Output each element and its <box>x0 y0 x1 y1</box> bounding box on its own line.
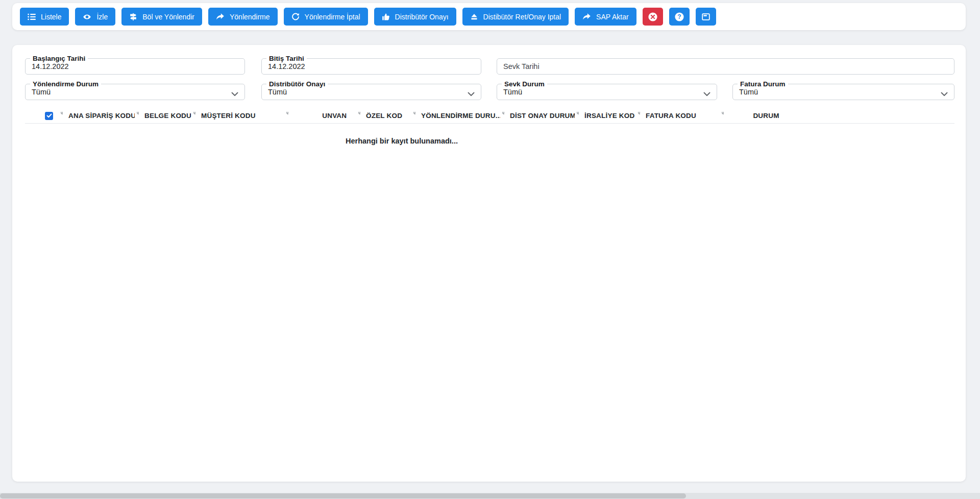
filter-funnel-icon[interactable] <box>265 112 309 116</box>
column-label: UNVAN <box>313 112 357 120</box>
izle-label: İzle <box>96 13 108 21</box>
orders-grid: ANA SİPARİŞ KODU BELGE KODU MÜŞTERİ KODU… <box>25 108 954 145</box>
yonlendirme-durum-value: Tümü <box>32 88 51 96</box>
column-header-irsaliye-kod[interactable]: İRSALİYE KOD <box>575 112 636 120</box>
column-label: FATURA KODU <box>646 112 696 120</box>
fatura-durum-value: Tümü <box>739 88 758 96</box>
scrollbar-thumb[interactable] <box>0 493 686 498</box>
column-header-durum[interactable]: DURUM <box>703 112 786 120</box>
bitis-tarihi-input[interactable] <box>268 62 475 70</box>
sap-aktar-button[interactable]: SAP Aktar <box>575 8 636 26</box>
column-label: DURUM <box>746 112 786 120</box>
chevron-down-icon[interactable] <box>941 90 948 98</box>
column-header-yonlendirme-durum[interactable]: YÖNLENDİRME DURU... <box>411 112 500 120</box>
column-header-belge-kodu[interactable]: BELGE KODU <box>135 112 191 120</box>
listele-button[interactable]: Listele <box>20 8 69 26</box>
yonlendirme-label: Yönlendirme <box>230 13 270 21</box>
grid-header-row: ANA SİPARİŞ KODU BELGE KODU MÜŞTERİ KODU… <box>25 108 954 124</box>
column-header-fatura-kodu[interactable]: FATURA KODU <box>636 112 703 120</box>
yonlendirme-button[interactable]: Yönlendirme <box>208 8 278 26</box>
column-header-ozel-kod[interactable]: ÖZEL KOD <box>356 112 411 120</box>
column-label: MÜŞTERİ KODU <box>201 112 256 120</box>
baslangic-tarihi-field[interactable]: Başlangıç Tarihi <box>25 58 245 75</box>
column-label: BELGE KODU <box>144 112 191 120</box>
action-toolbar: Listele İzle Böl ve Yönlendir Yönlendirm… <box>12 3 966 30</box>
filter-funnel-icon[interactable] <box>59 112 65 116</box>
chevron-down-icon[interactable] <box>703 90 710 98</box>
baslangic-tarihi-input[interactable] <box>32 62 238 70</box>
sevk-tarihi-input[interactable] <box>503 62 948 70</box>
column-label: ANA SİPARİŞ KODU <box>68 112 135 120</box>
filter-row-statuses: Yönlendirme Durum Tümü Distribütör Onayı… <box>25 84 954 100</box>
filter-funnel-icon[interactable] <box>356 112 362 116</box>
refresh-icon <box>291 13 300 21</box>
column-header-dist-onay-durum[interactable]: DİST ONAY DURUM <box>500 112 575 120</box>
eye-icon <box>83 13 91 21</box>
filter-funnel-icon[interactable] <box>703 112 743 116</box>
distributor-onayi-select[interactable]: Distribütör Onayı Tümü <box>261 84 481 100</box>
x-circle-icon <box>648 12 658 22</box>
column-label: İRSALİYE KOD <box>584 112 634 120</box>
window-button[interactable] <box>696 8 716 26</box>
chevron-down-icon[interactable] <box>231 90 238 98</box>
baslangic-tarihi-label: Başlangıç Tarihi <box>30 54 88 63</box>
select-all-cell <box>25 112 59 120</box>
list-icon <box>28 13 36 21</box>
filter-row-dates: Başlangıç Tarihi Bitiş Tarihi <box>25 58 954 75</box>
empty-state-message: Herhangi bir kayıt bulunamadı... <box>346 137 458 145</box>
yonlendirme-durum-label: Yönlendirme Durum <box>30 80 101 88</box>
eject-icon <box>470 13 478 21</box>
distributor-onayi-label: Distribütör Onayı <box>395 13 449 21</box>
bol-ve-yonlendir-label: Böl ve Yönlendir <box>142 13 194 21</box>
sap-aktar-label: SAP Aktar <box>596 13 629 21</box>
window-icon <box>701 12 710 21</box>
chevron-down-icon[interactable] <box>468 90 475 98</box>
column-header-musteri-kodu[interactable]: MÜŞTERİ KODU <box>191 112 265 120</box>
filter-funnel-icon[interactable] <box>500 112 506 116</box>
signpost-icon <box>129 13 137 21</box>
distributor-onayi-value: Tümü <box>268 88 287 96</box>
sevk-durum-label: Sevk Durum <box>502 80 547 88</box>
content-panel: Başlangıç Tarihi Bitiş Tarihi Yönlendirm… <box>12 45 966 482</box>
bitis-tarihi-field[interactable]: Bitiş Tarihi <box>261 58 481 75</box>
yonlendirme-iptal-label: Yönlendirme İptal <box>305 13 360 21</box>
bol-ve-yonlendir-button[interactable]: Böl ve Yönlendir <box>121 8 202 26</box>
distributor-onayi-select-label: Distribütör Onayı <box>266 80 328 88</box>
horizontal-scrollbar[interactable] <box>0 493 980 499</box>
filter-funnel-icon[interactable] <box>191 112 198 116</box>
filter-funnel-icon[interactable] <box>575 112 581 116</box>
svg-text:?: ? <box>677 13 681 20</box>
filter-funnel-icon[interactable] <box>135 112 141 116</box>
filter-funnel-icon[interactable] <box>636 112 642 116</box>
thumbs-up-icon <box>382 13 390 21</box>
column-label: ÖZEL KOD <box>366 112 402 120</box>
izle-button[interactable]: İzle <box>75 8 115 26</box>
distributor-ret-onay-iptal-button[interactable]: Distibütör Ret/Onay Iptal <box>462 8 569 26</box>
yonlendirme-iptal-button[interactable]: Yönlendirme İptal <box>284 8 368 26</box>
yonlendirme-durum-select[interactable]: Yönlendirme Durum Tümü <box>25 84 245 100</box>
share-arrow-icon <box>582 13 591 21</box>
listele-label: Listele <box>41 13 61 21</box>
question-circle-icon: ? <box>674 12 684 22</box>
bitis-tarihi-label: Bitiş Tarihi <box>266 54 307 63</box>
fatura-durum-label: Fatura Durum <box>738 80 788 88</box>
help-button[interactable]: ? <box>669 8 690 26</box>
column-header-unvan[interactable]: UNVAN <box>265 112 356 120</box>
filter-funnel-icon[interactable] <box>411 112 418 116</box>
distributor-onayi-button[interactable]: Distribütör Onayı <box>374 8 456 26</box>
sevk-durum-select[interactable]: Sevk Durum Tümü <box>497 84 717 100</box>
select-all-checkbox[interactable] <box>45 112 53 120</box>
column-header-ana-siparis-kodu[interactable]: ANA SİPARİŞ KODU <box>59 112 135 120</box>
sevk-tarihi-field[interactable] <box>497 58 954 75</box>
fatura-durum-select[interactable]: Fatura Durum Tümü <box>732 84 954 100</box>
distributor-ret-onay-iptal-label: Distibütör Ret/Onay Iptal <box>483 13 561 21</box>
column-label: YÖNLENDİRME DURU... <box>421 112 500 120</box>
column-label: DİST ONAY DURUM <box>510 112 575 120</box>
close-button[interactable] <box>643 8 663 26</box>
sevk-durum-value: Tümü <box>503 88 522 96</box>
share-arrow-icon <box>216 13 225 21</box>
